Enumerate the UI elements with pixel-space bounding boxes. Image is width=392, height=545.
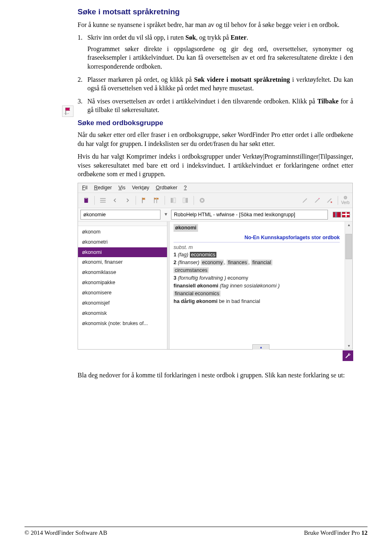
headword: økonomi (174, 224, 198, 232)
step-3: 3. Nå vises oversettelsen av ordet i art… (78, 97, 353, 114)
language-flags (333, 212, 350, 218)
separator (338, 196, 338, 205)
back-icon[interactable] (109, 195, 121, 206)
verb-tool[interactable]: i Verb (341, 195, 350, 206)
settings-corner-icon[interactable] (343, 350, 353, 361)
scroll-down-icon[interactable]: ▾ (345, 343, 352, 349)
sense-2b: circumstances (174, 267, 341, 274)
menu-edit[interactable]: Rediger (94, 184, 112, 191)
cancel-icon[interactable] (196, 195, 208, 206)
part-of-speech: subst. m (174, 244, 341, 251)
flag-no-icon[interactable] (333, 212, 341, 218)
menubar: Fil Rediger Vis Verktøy Ordbøker ? (78, 183, 352, 193)
list-item[interactable]: økonomiklasse (78, 267, 167, 278)
flag-reverse-icon[interactable] (138, 195, 150, 206)
page-content: Søke i motsatt språkretning For å kunne … (78, 0, 353, 379)
index-toggle-icon[interactable] (167, 195, 179, 206)
dropdown-icon[interactable]: ▾ (163, 211, 169, 218)
separator (165, 196, 165, 205)
sense-2: 2 (finanser) economy, finances, financia… (174, 259, 341, 266)
svg-point-10 (318, 198, 320, 199)
separator (194, 196, 194, 205)
svg-rect-5 (171, 198, 173, 203)
phrase-1-trans: financial economics (174, 290, 341, 297)
reverse-search-flag-icon (62, 105, 74, 117)
svg-rect-1 (85, 197, 87, 198)
separator (136, 196, 136, 205)
search-input[interactable] (80, 210, 160, 220)
list-item[interactable]: økonomi, finanser (78, 257, 167, 267)
menu-help[interactable]: ? (184, 184, 187, 191)
post-figure-paragraph: Bla deg nedover for å komme til forklari… (78, 371, 353, 380)
section-title-reverse-search: Søke i motsatt språkretning (78, 7, 353, 17)
step-number: 2. (78, 75, 87, 93)
double-flag-icon[interactable] (151, 195, 162, 206)
list-item[interactable]: økonomisere (78, 288, 167, 298)
svg-rect-4 (100, 202, 106, 203)
copyright: © 2014 WordFinder Software AB (24, 529, 107, 537)
phrase-2: ha dårlig økonomi be in bad financial (174, 298, 341, 305)
svg-text:i: i (345, 196, 345, 199)
toolbar: i Verb (78, 193, 352, 208)
step-2: 2. Plasser markøren på ordet, og klikk p… (78, 75, 353, 93)
paste-icon[interactable] (80, 195, 92, 206)
list-item[interactable]: økonom (78, 227, 167, 237)
step-number: 1. (78, 33, 87, 71)
list-item[interactable]: økonomi (78, 247, 167, 258)
pencil-x-icon[interactable] (324, 195, 335, 206)
svg-rect-6 (174, 198, 176, 203)
dictionary-title: No-En Kunnskapsforlagets stor ordbok (174, 234, 340, 242)
step-number: 3. (78, 97, 87, 114)
step-1: 1. Skriv inn ordet du vil slå opp, i rut… (78, 33, 353, 71)
list-item[interactable]: økonomisk (note: brukes of... (78, 318, 167, 329)
svg-rect-3 (100, 200, 106, 201)
paragraph: Når du søker etter ord eller fraser i en… (78, 130, 353, 148)
article-toggle-icon[interactable] (180, 195, 191, 206)
svg-rect-0 (85, 198, 88, 203)
article-body: økonomi No-En Kunnskapsforlagets stor or… (169, 222, 345, 349)
context-input[interactable] (171, 210, 328, 220)
expand-tab-icon[interactable]: ▴ (252, 344, 270, 350)
scrollbar[interactable]: ▴ ▾ (345, 222, 352, 349)
section-title-dictionary-group: Søke med ordboksgruppe (78, 119, 353, 128)
index-list: økonom økonometri økonomi økonomi, finan… (78, 226, 167, 349)
svg-rect-2 (100, 198, 106, 199)
list-view-icon[interactable] (97, 195, 109, 206)
separator (94, 196, 95, 205)
flag-en-icon[interactable] (342, 212, 350, 218)
page-footer: © 2014 WordFinder Software AB Bruke Word… (24, 527, 368, 537)
svg-rect-7 (183, 198, 185, 203)
list-item[interactable]: økonomisk (78, 308, 167, 318)
menu-file[interactable]: Fil (82, 184, 87, 191)
panes: økonom økonometri økonomi økonomi, finan… (78, 222, 352, 349)
intro-paragraph: For å kunne se nyansene i språket bedre,… (78, 20, 353, 29)
article-pane: økonomi No-En Kunnskapsforlagets stor or… (169, 222, 352, 349)
svg-rect-8 (186, 198, 188, 203)
paragraph: Hvis du har valgt Komprimer indeks i ord… (78, 152, 353, 179)
app-screenshot: Fil Rediger Vis Verktøy Ordbøker ? (78, 183, 353, 350)
step-body: Plasser markøren på ordet, og klikk på S… (87, 75, 353, 93)
menu-tools[interactable]: Verktøy (132, 184, 149, 191)
list-item[interactable]: økonometri (78, 237, 167, 247)
edit-star-icon[interactable] (312, 195, 323, 206)
phrase-1: finansiell økonomi (fag innen sosialøkon… (174, 283, 341, 289)
sense-1: 1 (fag) economics (174, 251, 341, 258)
scroll-thumb[interactable] (345, 234, 352, 259)
page-label: Bruke WordFinder Pro 12 (304, 529, 368, 537)
step-body: Nå vises oversettelsen av ordet i artikk… (87, 97, 353, 114)
index-pane: økonom økonometri økonomi økonomi, finan… (78, 222, 167, 349)
step-body: Skriv inn ordet du vil slå opp, i ruten … (87, 33, 353, 71)
menu-view[interactable]: Vis (118, 184, 125, 191)
search-row: ▾ (78, 208, 352, 222)
wordfinder-window: Fil Rediger Vis Verktøy Ordbøker ? (78, 183, 353, 350)
pencil-icon[interactable] (299, 195, 311, 206)
forward-icon[interactable] (122, 195, 133, 206)
sense-3: 3 (fornuftig forvaltning ) economy (174, 275, 341, 282)
list-item[interactable]: økonomisjef (78, 298, 167, 308)
list-item[interactable]: økonomipakke (78, 278, 167, 288)
scroll-up-icon[interactable]: ▴ (345, 222, 352, 228)
menu-dictionaries[interactable]: Ordbøker (156, 184, 178, 191)
